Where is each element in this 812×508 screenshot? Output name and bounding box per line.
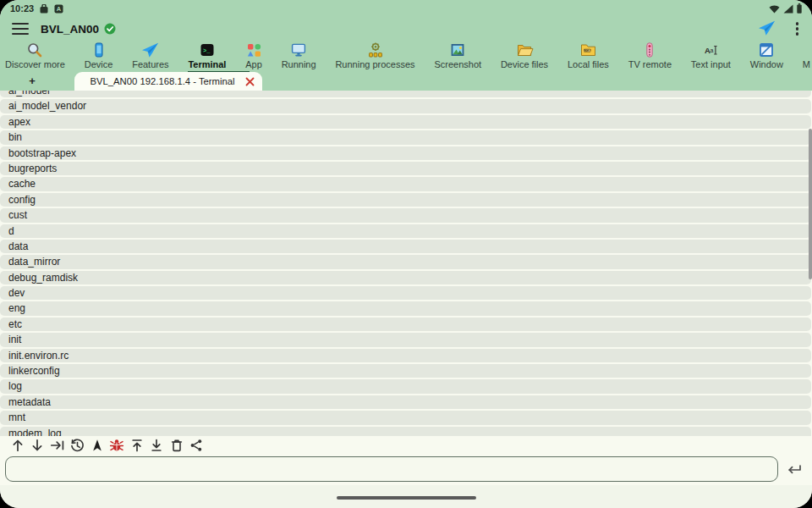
history-icon[interactable] xyxy=(68,436,88,455)
paper-plane-icon xyxy=(141,41,159,58)
toolbar-item-app[interactable]: App xyxy=(245,41,262,70)
toolbar-label: Window xyxy=(750,59,783,70)
terminal-row: cust xyxy=(0,208,811,222)
toolbar-label: Discover more xyxy=(5,59,65,70)
add-tab-button[interactable]: + xyxy=(20,71,44,91)
terminal-row: d xyxy=(0,224,811,238)
scroll-up-icon[interactable] xyxy=(8,436,28,455)
terminal-output-area: ai_modelai_model_vendorapexbinbootstrap-… xyxy=(0,91,812,436)
remote-icon xyxy=(641,41,658,58)
toolbar-item-local-files[interactable]: LOCAL Local files xyxy=(568,41,609,70)
open-folder-icon xyxy=(516,41,534,58)
navigate-cursor-icon[interactable] xyxy=(87,436,107,455)
terminal-row: linkerconfig xyxy=(0,364,811,378)
terminal-row: modem_log xyxy=(0,427,811,436)
text-input-icon: Aa xyxy=(702,41,719,58)
share-icon[interactable] xyxy=(187,436,207,455)
terminal-row: eng xyxy=(0,301,811,315)
svg-text:a: a xyxy=(710,47,714,53)
terminal-tab[interactable]: BVL_AN00 192.168.1.4 - Terminal xyxy=(74,72,262,91)
bug-icon[interactable] xyxy=(107,436,128,455)
toolbar-label: Running processes xyxy=(335,59,414,70)
terminal-row: dev xyxy=(0,286,811,300)
jump-to-bottom-icon[interactable] xyxy=(147,436,167,455)
terminal-row: ai_model xyxy=(0,91,811,97)
gear-processes-icon xyxy=(367,41,384,58)
magnifier-icon xyxy=(26,41,43,58)
terminal-row: ai_model_vendor xyxy=(0,99,811,113)
toolbar-label: Screenshot xyxy=(434,59,481,70)
tab-bar: + BVL_AN00 192.168.1.4 - Terminal xyxy=(0,71,812,91)
toolbar-item-window[interactable]: Window xyxy=(750,41,783,70)
app-bar: BVL_AN00 xyxy=(0,17,812,41)
wifi-icon xyxy=(769,4,780,14)
boxed-a-icon: A xyxy=(54,4,63,14)
toolbar-item-tv-remote[interactable]: TV remote xyxy=(628,41,672,70)
toolbar-item-running[interactable]: Running xyxy=(282,41,316,70)
toolbar-label: M xyxy=(803,59,810,70)
battery-icon xyxy=(797,3,802,14)
toolbar-label: Running xyxy=(282,59,316,70)
jump-to-top-icon[interactable] xyxy=(127,436,147,455)
smartphone-icon xyxy=(91,41,107,58)
toolbar-item-device[interactable]: Device xyxy=(85,41,113,70)
toolbar-label: Features xyxy=(132,59,168,70)
tab-title: BVL_AN00 192.168.1.4 - Terminal xyxy=(85,76,240,86)
local-folder-icon: LOCAL xyxy=(579,41,597,58)
terminal-row: debug_ramdisk xyxy=(0,271,811,284)
toolbar-label: Terminal xyxy=(188,59,226,70)
svg-text:>_: >_ xyxy=(203,47,211,54)
app-screen: 10:23 A BVL_AN00 xyxy=(0,0,812,508)
terminal-row: etc xyxy=(0,318,811,331)
terminal-row: apex xyxy=(0,115,811,129)
toolbar-label: Text input xyxy=(691,59,731,70)
scrollbar-thumb[interactable] xyxy=(809,129,812,279)
verified-badge-icon xyxy=(104,23,116,35)
toolbar-item-more-clipped[interactable]: M xyxy=(803,41,810,70)
enter-key-icon[interactable] xyxy=(783,461,805,479)
cellular-signal-icon xyxy=(783,4,793,14)
status-time: 10:23 xyxy=(10,3,34,14)
terminal-row: mnt xyxy=(0,411,811,424)
overflow-menu-icon[interactable] xyxy=(794,20,800,36)
terminal-output: ai_modelai_model_vendorapexbinbootstrap-… xyxy=(0,91,812,436)
toolbar-label: Device files xyxy=(501,59,548,70)
command-input[interactable] xyxy=(5,456,778,482)
terminal-row: bootstrap-apex xyxy=(0,146,811,160)
terminal-row: init xyxy=(0,333,811,346)
tab-key-icon[interactable] xyxy=(47,436,68,455)
framed-picture-icon xyxy=(449,41,466,58)
toolbar-item-text-input[interactable]: Aa Text input xyxy=(691,41,731,70)
toolbar-label: TV remote xyxy=(628,59,672,70)
terminal-row: data_mirror xyxy=(0,255,811,268)
terminal-icon: >_ xyxy=(199,41,216,58)
toolbar-item-discover-more[interactable]: Discover more xyxy=(5,41,65,70)
terminal-row: metadata xyxy=(0,395,811,409)
monitor-icon xyxy=(290,41,307,58)
toolbar-item-terminal[interactable]: >_ Terminal xyxy=(188,41,226,70)
app-shapes-icon xyxy=(246,41,262,58)
clear-trash-icon[interactable] xyxy=(167,436,187,455)
toolbar-label: Device xyxy=(85,59,113,70)
work-profile-icon xyxy=(40,4,48,14)
toolbar-item-screenshot[interactable]: Screenshot xyxy=(434,41,481,70)
scroll-down-icon[interactable] xyxy=(28,436,48,455)
device-title: BVL_AN00 xyxy=(41,23,99,36)
close-tab-icon[interactable] xyxy=(240,73,259,90)
terminal-row: config xyxy=(0,193,811,207)
gesture-pill[interactable] xyxy=(337,496,476,500)
send-command-icon[interactable] xyxy=(758,20,776,36)
toolbar-item-device-files[interactable]: Device files xyxy=(501,41,548,70)
toolbar-label: App xyxy=(245,59,262,70)
svg-text:LOCAL: LOCAL xyxy=(584,49,592,52)
menu-icon[interactable] xyxy=(12,23,29,35)
terminal-row: log xyxy=(0,379,811,393)
terminal-row: data xyxy=(0,240,811,253)
terminal-row: cache xyxy=(0,177,811,190)
feature-toolbar: Discover more Device Features >_ Termina… xyxy=(0,41,812,71)
toolbar-item-features[interactable]: Features xyxy=(132,41,168,70)
toolbar-item-running-processes[interactable]: Running processes xyxy=(335,41,414,70)
window-icon xyxy=(758,41,775,58)
terminal-row: bugreports xyxy=(0,162,811,175)
terminal-action-bar xyxy=(0,436,812,455)
